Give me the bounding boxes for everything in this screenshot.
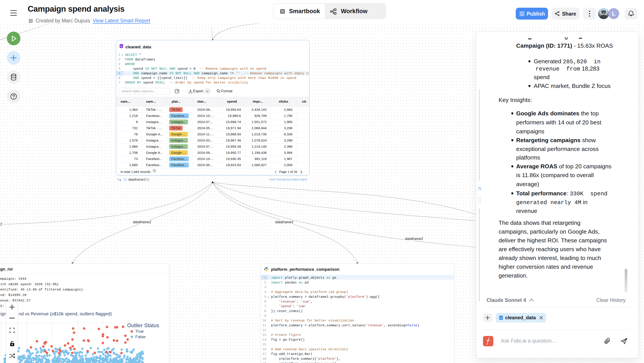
svg-text:SQL: SQL xyxy=(120,46,123,48)
svg-text:SQL: SQL xyxy=(500,317,502,319)
